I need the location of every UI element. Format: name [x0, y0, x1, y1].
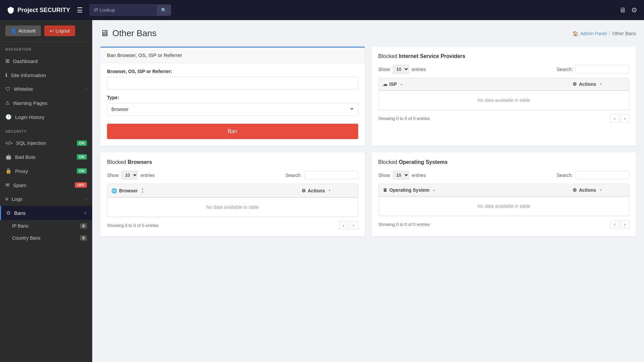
sort-arrows-browser: ▲▼: [141, 187, 144, 194]
browser-field-label: Browser, OS, ISP or Referrer:: [107, 69, 358, 74]
monitor-icon-button[interactable]: 🖥: [619, 6, 626, 14]
sidebar-item-login-history[interactable]: 🕐 Login History: [0, 110, 92, 124]
browsers-showing: Showing 0 to 0 of 0 entries: [107, 223, 159, 228]
sidebar-item-whitelist[interactable]: 🛡 Whitelist ›: [0, 82, 92, 96]
breadcrumb-home[interactable]: Admin Panel: [580, 31, 607, 36]
sql-badge: ON: [77, 140, 87, 146]
blocked-os-title: Blocked Operating Systems: [378, 159, 630, 165]
badbots-badge: ON: [77, 154, 87, 160]
sort-arrows-isp-actions: ▼: [599, 83, 602, 86]
type-field-label: Type:: [107, 95, 358, 100]
breadcrumb-separator: /: [609, 31, 610, 36]
isp-show-select[interactable]: 10 25 50: [393, 65, 409, 74]
sidebar-item-dashboard[interactable]: ⊞ Dashboard: [0, 54, 92, 68]
browsers-prev-btn[interactable]: ‹: [339, 221, 348, 230]
sidebar-item-ip-bans[interactable]: IP Bans 0: [0, 220, 92, 232]
main-content: 🖥 Other Bans 🏠 Admin Panel / Other Bans …: [92, 20, 644, 362]
page-header: 🖥 Other Bans 🏠 Admin Panel / Other Bans: [100, 28, 636, 39]
isp-no-data: No data available in table: [379, 91, 629, 110]
os-prev-btn[interactable]: ‹: [610, 220, 619, 229]
isp-table-footer: Showing 0 to 0 of 0 entries ‹ ›: [378, 114, 630, 123]
sidebar-item-warning-pages[interactable]: ⚠ Warning Pages: [0, 96, 92, 110]
isp-table-header: ☁ ISP ▲ ⚙ Actions ▼: [379, 78, 629, 91]
type-select[interactable]: Browser OS ISP Referrer: [107, 103, 358, 116]
logout-icon: ↩: [50, 28, 54, 34]
logout-button[interactable]: ↩ Logout: [44, 25, 75, 36]
account-icon: 👤: [11, 28, 16, 34]
os-table-controls: Show 10 25 entries Search:: [378, 171, 630, 180]
settings-icon-button[interactable]: ⚙: [631, 6, 637, 14]
shield-icon: 🛡: [5, 86, 10, 92]
ban-form-title: Ban Browser, OS, ISP or Referrer: [107, 52, 182, 58]
sidebar: 👤 Account ↩ Logout NAVIGATION ⊞ Dashboar…: [0, 20, 92, 362]
sort-arrows-os: ▲: [433, 189, 435, 192]
gear-icon-isp: ⚙: [573, 81, 577, 87]
browser-col-header: 🌐 Browser ▲▼: [107, 184, 298, 197]
spam-icon: ✉: [5, 182, 10, 188]
isp-next-btn[interactable]: ›: [621, 114, 629, 123]
bans-icon: ⊙: [6, 210, 11, 216]
sidebar-item-bans[interactable]: ⊙ Bans ∧: [0, 206, 92, 220]
account-button[interactable]: 👤 Account: [5, 25, 41, 36]
ip-bans-badge: 0: [80, 223, 87, 229]
search-bar: 🔍: [90, 4, 171, 16]
ban-button[interactable]: Ban: [107, 124, 358, 139]
sidebar-item-site-information[interactable]: ℹ Site Information: [0, 68, 92, 82]
browsers-search-input[interactable]: [305, 171, 358, 179]
os-pagination: ‹ ›: [610, 220, 629, 229]
sql-icon: </>: [5, 140, 13, 146]
chevron-right-icon-logs: ›: [86, 197, 87, 201]
browsers-table-controls: Show 10 25 entries Search:: [107, 171, 358, 180]
app-logo: Project SECURITY: [7, 6, 70, 14]
browsers-show-select[interactable]: 10 25: [121, 171, 138, 180]
sidebar-item-proxy[interactable]: 🔒 Proxy ON: [0, 164, 92, 178]
blocked-browsers-card: Blocked Browsers Show 10 25 entries Sear…: [100, 153, 365, 236]
browsers-next-btn[interactable]: ›: [349, 221, 358, 230]
hamburger-button[interactable]: ☰: [77, 6, 83, 14]
cloud-icon: ☁: [383, 81, 387, 87]
isp-col-header: ☁ ISP ▲: [379, 78, 569, 90]
sidebar-item-bad-bots[interactable]: 🤖 Bad Bots ON: [0, 150, 92, 164]
browsers-no-data: No data available in table: [107, 198, 358, 217]
gear-icon-os: ⚙: [573, 187, 577, 193]
isp-pagination: ‹ ›: [610, 114, 629, 123]
isp-prev-btn[interactable]: ‹: [610, 114, 619, 123]
os-no-data: No data available in table: [379, 197, 629, 216]
app-title: Project SECURITY: [17, 7, 70, 14]
browsers-table-header: 🌐 Browser ▲▼ ⚙ Actions ▼: [107, 184, 358, 198]
os-table-wrapper: 🖥 Operating System ▲ ⚙ Actions ▼ No data…: [378, 184, 630, 216]
page-title: 🖥 Other Bans: [100, 28, 157, 39]
topbar-left: Project SECURITY ☰ 🔍: [7, 4, 171, 16]
blocked-isp-title: Blocked Internet Service Providers: [378, 53, 630, 59]
isp-table-wrapper: ☁ ISP ▲ ⚙ Actions ▼ No data available in…: [378, 78, 630, 110]
sidebar-item-country-bans[interactable]: Country Bans 0: [0, 232, 92, 244]
os-show-select[interactable]: 10 25: [393, 171, 409, 180]
os-table-header: 🖥 Operating System ▲ ⚙ Actions ▼: [379, 184, 629, 197]
sidebar-item-logs[interactable]: ≡ Logs ›: [0, 192, 92, 206]
chevron-down-icon-bans: ∧: [84, 210, 87, 215]
browser-actions-header: ⚙ Actions ▼: [298, 184, 358, 197]
search-input[interactable]: [90, 5, 157, 15]
type-field-group: Type: Browser OS ISP Referrer: [107, 95, 358, 116]
browsers-table-wrapper: 🌐 Browser ▲▼ ⚙ Actions ▼ No data availab…: [107, 184, 358, 217]
os-showing: Showing 0 to 0 of 0 entries: [378, 222, 430, 227]
browser-os-isp-input[interactable]: [107, 77, 358, 89]
sidebar-item-sql-injection[interactable]: </> SQL Injection ON: [0, 136, 92, 150]
search-button[interactable]: 🔍: [157, 5, 171, 15]
sidebar-user-area: 👤 Account ↩ Logout: [0, 20, 92, 42]
clock-icon: 🕐: [5, 114, 12, 120]
gear-icon-browser: ⚙: [302, 188, 306, 193]
os-col-header: 🖥 Operating System ▲: [379, 184, 569, 196]
sort-arrows-isp: ▲: [400, 83, 403, 86]
browser-field-group: Browser, OS, ISP or Referrer:: [107, 69, 358, 89]
topbar: Project SECURITY ☰ 🔍 🖥 ⚙: [0, 0, 644, 20]
globe-icon: 🌐: [111, 188, 117, 193]
monitor-os-icon: 🖥: [383, 187, 387, 193]
isp-search-input[interactable]: [576, 65, 629, 73]
security-section-label: SECURITY: [0, 124, 92, 136]
os-next-btn[interactable]: ›: [621, 220, 629, 229]
sidebar-item-spam[interactable]: ✉ Spam OFF: [0, 178, 92, 192]
os-search-input[interactable]: [576, 171, 629, 179]
proxy-badge: ON: [77, 168, 87, 174]
ban-form-card: Ban Browser, OS, ISP or Referrer Browser…: [100, 47, 365, 146]
